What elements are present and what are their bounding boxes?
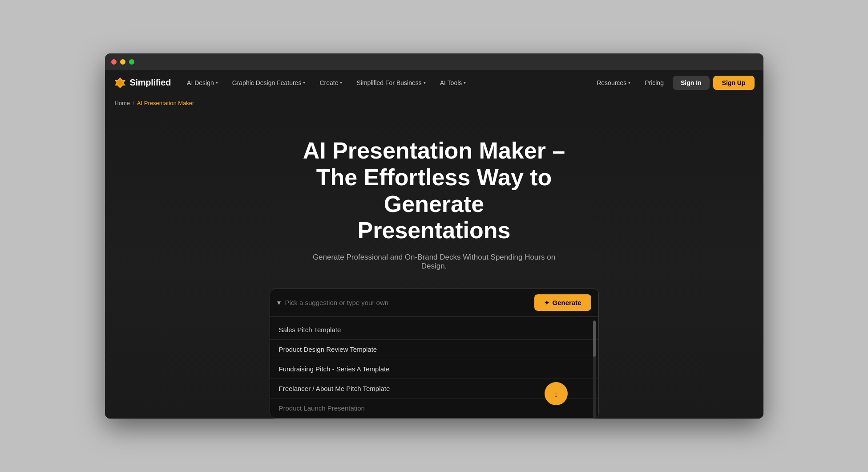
chevron-down-icon: ▾ [303, 80, 305, 85]
generate-button[interactable]: ✦ Generate [534, 294, 591, 311]
scrollbar-thumb[interactable] [593, 321, 596, 357]
nav-label-ai-design: AI Design [187, 79, 214, 86]
logo[interactable]: Simplified [114, 77, 171, 89]
navbar: Simplified AI Design ▾ Graphic Design Fe… [105, 70, 763, 95]
nav-label-graphic-design: Graphic Design Features [232, 79, 302, 86]
nav-label-ai-tools: AI Tools [440, 79, 462, 86]
arrow-down-icon: ↓ [554, 389, 558, 399]
item-label: Freelancer / About Me Pitch Template [279, 385, 390, 392]
logo-icon [114, 77, 126, 89]
nav-item-ai-design[interactable]: AI Design ▾ [182, 77, 223, 89]
breadcrumb: Home / AI Presentation Maker [105, 95, 763, 111]
scrollbar-track[interactable] [593, 320, 596, 418]
breadcrumb-separator: / [133, 100, 134, 106]
generate-label: Generate [552, 299, 581, 306]
nav-item-resources[interactable]: Resources ▾ [591, 77, 636, 89]
maximize-button[interactable] [129, 59, 134, 65]
nav-item-graphic-design[interactable]: Graphic Design Features ▾ [227, 77, 311, 89]
close-button[interactable] [111, 59, 117, 65]
nav-item-create[interactable]: Create ▾ [314, 77, 347, 89]
chevron-down-icon: ▾ [340, 80, 342, 85]
nav-label-simplified-for-business: Simplified For Business [356, 79, 421, 86]
hero-title: AI Presentation Maker –The Effortless Wa… [274, 138, 594, 244]
title-bar [105, 53, 763, 70]
dropdown-chevron-icon: ▾ [277, 298, 281, 307]
nav-label-resources: Resources [597, 79, 626, 86]
sign-in-button[interactable]: Sign In [673, 76, 710, 90]
nav-item-pricing[interactable]: Pricing [639, 77, 669, 89]
nav-label-create: Create [319, 79, 338, 86]
nav-label-pricing: Pricing [645, 79, 664, 86]
search-bar: ▾ ✦ Generate [270, 289, 598, 317]
chevron-down-icon: ▾ [424, 80, 426, 85]
breadcrumb-home[interactable]: Home [115, 100, 130, 106]
chevron-down-icon: ▾ [216, 80, 218, 85]
window-controls [111, 59, 134, 65]
scroll-down-button[interactable]: ↓ [545, 382, 568, 405]
list-item[interactable]: Sales Pitch Template [270, 320, 598, 340]
minimize-button[interactable] [120, 59, 125, 65]
item-label: Fundraising Pitch - Series A Template [279, 365, 390, 373]
item-label: Sales Pitch Template [279, 326, 341, 334]
logo-text: Simplified [130, 77, 171, 88]
item-label: Product Design Review Template [279, 346, 377, 353]
list-item[interactable]: Product Design Review Template [270, 340, 598, 359]
nav-item-ai-tools[interactable]: AI Tools ▾ [435, 77, 472, 89]
sign-up-button[interactable]: Sign Up [713, 76, 755, 90]
search-input[interactable] [285, 299, 530, 306]
list-item[interactable]: Fundraising Pitch - Series A Template [270, 359, 598, 379]
chevron-down-icon: ▾ [464, 80, 466, 85]
hero-subtitle: Generate Professional and On-Brand Decks… [301, 253, 568, 271]
chevron-down-icon: ▾ [628, 80, 630, 85]
main-content: AI Presentation Maker –The Effortless Wa… [105, 111, 763, 419]
item-label: Product Launch Presentation [279, 404, 365, 412]
browser-window: Simplified AI Design ▾ Graphic Design Fe… [105, 53, 763, 419]
breadcrumb-current: AI Presentation Maker [137, 100, 194, 106]
generate-icon: ✦ [544, 299, 549, 306]
nav-item-simplified-for-business[interactable]: Simplified For Business ▾ [351, 77, 431, 89]
dropdown-list: Sales Pitch Template Product Design Revi… [270, 317, 598, 419]
